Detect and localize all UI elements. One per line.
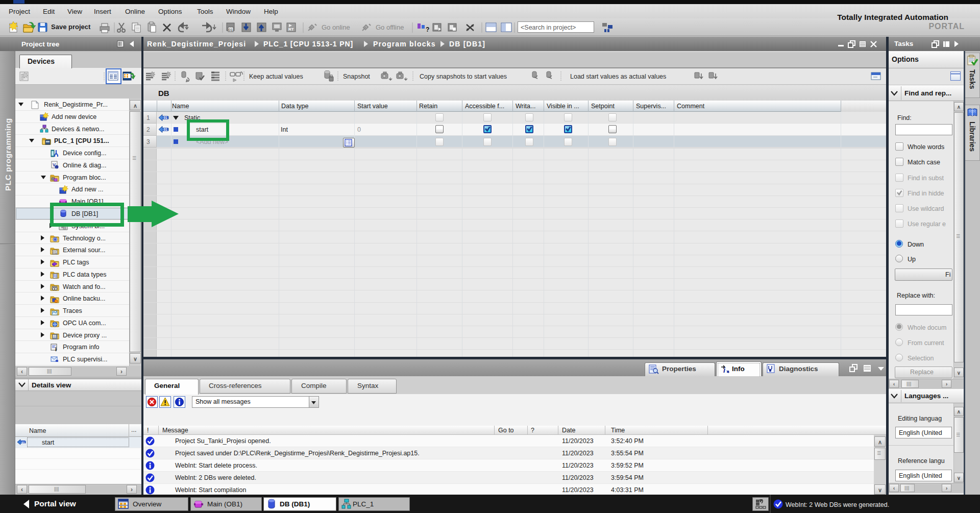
svg-text:01: 01: [53, 251, 57, 254]
svg-text:RT: RT: [288, 27, 294, 32]
svg-text:i: i: [55, 346, 57, 352]
svg-text:?: ?: [426, 26, 429, 33]
svg-text:i: i: [723, 365, 726, 374]
svg-text:01: 01: [21, 441, 25, 444]
svg-text:01: 01: [229, 28, 233, 32]
